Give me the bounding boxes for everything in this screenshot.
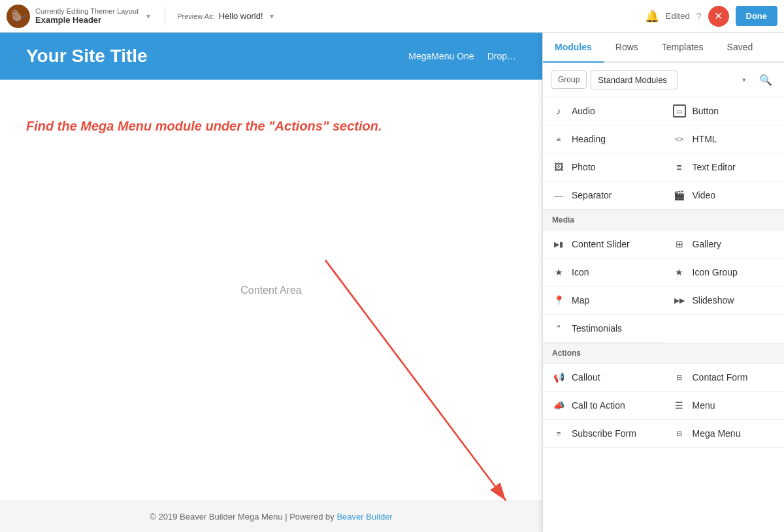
module-icon-group[interactable]: ★ Icon Group xyxy=(664,258,785,287)
html-icon: <> xyxy=(673,133,686,146)
separator-label: Separator xyxy=(572,190,612,200)
html-label: HTML xyxy=(693,134,717,144)
module-slideshow[interactable]: ▶▶ Slideshow xyxy=(664,287,785,315)
preview-chevron-icon[interactable]: ▾ xyxy=(267,9,276,23)
tab-templates[interactable]: Templates xyxy=(650,33,715,63)
editing-label: Currently Editing Themer Layout xyxy=(35,7,139,15)
module-filter-select[interactable]: Standard Modules Advanced Modules All Mo… xyxy=(591,70,678,89)
site-title: Your Site Title xyxy=(26,46,148,67)
audio-icon: ♪ xyxy=(552,104,565,117)
icon-icon: ★ xyxy=(552,266,565,279)
module-subscribe-form[interactable]: ≡ Subscribe Form xyxy=(543,420,664,448)
module-audio[interactable]: ♪ Audio xyxy=(543,97,664,125)
module-mega-menu[interactable]: ⊟ Mega Menu xyxy=(664,420,785,448)
mega-menu-label: Mega Menu xyxy=(693,428,741,439)
icon-group-icon: ★ xyxy=(673,266,686,279)
topbar-left: 🦫 Currently Editing Themer Layout Exampl… xyxy=(7,5,645,28)
icon-label: Icon xyxy=(572,267,589,277)
tab-saved[interactable]: Saved xyxy=(715,33,765,63)
site-footer: © 2019 Beaver Builder Mega Menu | Powere… xyxy=(0,501,542,532)
site-header: Your Site Title MegaMenu One Drop… xyxy=(0,33,542,80)
filter-row: Group Standard Modules Advanced Modules … xyxy=(543,63,784,97)
module-video[interactable]: 🎬 Video xyxy=(664,181,785,210)
sidebar-panel: Modules Rows Templates Saved Group Stand… xyxy=(542,33,784,532)
video-label: Video xyxy=(693,190,716,200)
module-photo[interactable]: 🖼 Photo xyxy=(543,153,664,181)
photo-icon: 🖼 xyxy=(552,161,565,174)
editing-name: Example Header xyxy=(35,15,139,25)
footer-link[interactable]: Beaver Builder xyxy=(336,512,392,522)
slideshow-icon: ▶▶ xyxy=(673,294,686,307)
tab-rows[interactable]: Rows xyxy=(604,33,650,63)
testimonials-label: Testimonials xyxy=(572,323,622,334)
module-map[interactable]: 📍 Map xyxy=(543,287,664,315)
svg-line-1 xyxy=(325,260,506,501)
preview-value: Hello world! xyxy=(219,11,263,21)
topbar: 🦫 Currently Editing Themer Layout Exampl… xyxy=(0,0,784,33)
module-gallery[interactable]: ⊞ Gallery xyxy=(664,230,785,258)
content-slider-label: Content Slider xyxy=(572,239,630,249)
text-editor-label: Text Editor xyxy=(693,162,736,172)
contact-form-icon: ⊟ xyxy=(673,371,686,384)
site-preview: Your Site Title MegaMenu One Drop… Find … xyxy=(0,33,542,532)
tab-modules[interactable]: Modules xyxy=(543,33,604,63)
text-editor-icon: ≣ xyxy=(673,161,686,174)
edited-status: Edited xyxy=(666,11,690,21)
content-area-label: Content Area xyxy=(240,285,301,296)
nav-item-megamenu[interactable]: MegaMenu One xyxy=(408,51,474,61)
map-icon: 📍 xyxy=(552,294,565,307)
menu-label: Menu xyxy=(693,400,715,411)
callout-label: Callout xyxy=(572,372,600,383)
module-content-slider[interactable]: ▶▮ Content Slider xyxy=(543,230,664,258)
heading-icon: ≡ xyxy=(552,133,565,146)
module-heading[interactable]: ≡ Heading xyxy=(543,125,664,153)
content-slider-icon: ▶▮ xyxy=(552,238,565,251)
panel-tabs: Modules Rows Templates Saved xyxy=(543,33,784,63)
audio-label: Audio xyxy=(572,106,595,116)
media-section-header: Media xyxy=(543,210,784,230)
nav-item-drop[interactable]: Drop… xyxy=(487,51,516,61)
module-text-editor[interactable]: ≣ Text Editor xyxy=(664,153,785,181)
search-icon[interactable]: 🔍 xyxy=(755,69,776,90)
gallery-icon: ⊞ xyxy=(673,238,686,251)
heading-label: Heading xyxy=(572,134,606,144)
media-modules-grid: ▶▮ Content Slider ⊞ Gallery ★ Icon ★ Ico… xyxy=(543,230,784,343)
close-button[interactable]: ✕ xyxy=(708,6,729,27)
annotation-text: Find the Mega Menu module under the "Act… xyxy=(26,119,516,134)
module-separator[interactable]: — Separator xyxy=(543,181,664,210)
module-icon[interactable]: ★ Icon xyxy=(543,258,664,287)
help-icon[interactable]: ? xyxy=(696,11,702,22)
call-to-action-label: Call to Action xyxy=(572,400,625,411)
group-button[interactable]: Group xyxy=(551,70,587,89)
menu-icon: ☰ xyxy=(673,399,686,412)
module-contact-form[interactable]: ⊟ Contact Form xyxy=(664,364,785,392)
module-testimonials[interactable]: “ Testimonials xyxy=(543,315,664,343)
modules-list: ♪ Audio ▭ Button ≡ Heading <> HTML 🖼 xyxy=(543,97,784,532)
footer-text: © 2019 Beaver Builder Mega Menu | Powere… xyxy=(150,512,336,522)
module-menu[interactable]: ☰ Menu xyxy=(664,392,785,420)
gallery-label: Gallery xyxy=(693,239,721,249)
topbar-divider xyxy=(165,7,165,26)
preview-section: Preview As: Hello world! ▾ xyxy=(177,9,276,23)
icon-group-label: Icon Group xyxy=(693,267,738,277)
subscribe-form-icon: ≡ xyxy=(552,427,565,440)
module-call-to-action[interactable]: 📣 Call to Action xyxy=(543,392,664,420)
button-label: Button xyxy=(693,106,719,116)
separator-icon: — xyxy=(552,189,565,202)
module-html[interactable]: <> HTML xyxy=(664,125,785,153)
editing-info: Currently Editing Themer Layout Example … xyxy=(35,7,139,25)
video-icon: 🎬 xyxy=(673,189,686,202)
actions-section-header: Actions xyxy=(543,343,784,364)
editing-chevron-icon[interactable]: ▾ xyxy=(144,9,153,23)
done-button[interactable]: Done xyxy=(736,6,778,26)
photo-label: Photo xyxy=(572,162,596,172)
preview-label: Preview As: xyxy=(177,12,214,20)
module-callout[interactable]: 📢 Callout xyxy=(543,364,664,392)
testimonials-icon: “ xyxy=(552,322,565,335)
map-label: Map xyxy=(572,295,589,305)
button-icon: ▭ xyxy=(673,104,686,117)
basic-modules-grid: ♪ Audio ▭ Button ≡ Heading <> HTML 🖼 xyxy=(543,97,784,210)
contact-form-label: Contact Form xyxy=(693,372,748,383)
notification-bell-icon[interactable]: 🔔 xyxy=(645,9,659,23)
module-button[interactable]: ▭ Button xyxy=(664,97,785,125)
